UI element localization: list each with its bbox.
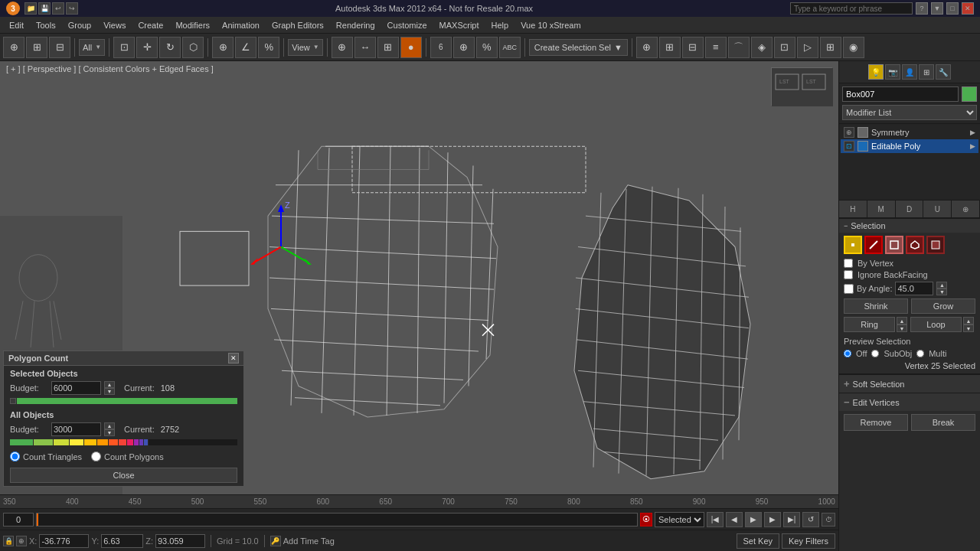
time-config[interactable]: ⏱ bbox=[822, 513, 835, 527]
menu-vue[interactable]: Vue 10 xStream bbox=[514, 19, 586, 31]
all-budget-down[interactable]: ▼ bbox=[104, 429, 115, 436]
tb-layer[interactable]: ≡ bbox=[705, 37, 727, 58]
remove-button[interactable]: Remove bbox=[844, 414, 908, 431]
menu-group[interactable]: Group bbox=[62, 19, 98, 31]
camera-icon[interactable]: 📷 bbox=[885, 64, 900, 80]
sel-budget-up[interactable]: ▲ bbox=[104, 381, 115, 388]
tb-extra3[interactable]: ⊞ bbox=[377, 37, 399, 58]
next-frame-button[interactable]: ▶ bbox=[764, 512, 781, 527]
soft-selection-header[interactable]: + Soft Selection bbox=[839, 375, 980, 393]
menu-modifiers[interactable]: Modifiers bbox=[169, 19, 216, 31]
element-icon[interactable] bbox=[926, 236, 945, 254]
add-time-tag-label[interactable]: Add Time Tag bbox=[283, 536, 335, 546]
tb-curve[interactable]: ⌒ bbox=[728, 37, 750, 58]
modifier-list-dropdown[interactable]: Modifier List bbox=[842, 105, 977, 120]
vertex-icon[interactable] bbox=[844, 236, 862, 254]
person-icon[interactable]: 👤 bbox=[902, 64, 917, 80]
redo-icon[interactable]: ↪ bbox=[66, 2, 78, 15]
filter-dropdown[interactable]: All ▼ bbox=[79, 39, 105, 56]
modifier-editable-poly[interactable]: ⊡ Editable Poly ▶ bbox=[841, 139, 978, 153]
menu-views[interactable]: Views bbox=[97, 19, 132, 31]
lock-icon[interactable]: 🔒 bbox=[3, 536, 14, 546]
help-button[interactable]: ? bbox=[916, 2, 928, 15]
ring-button[interactable]: Ring bbox=[844, 317, 895, 332]
lightbulb-icon[interactable]: 💡 bbox=[868, 64, 884, 80]
tb-named-sel[interactable]: ⊕ bbox=[636, 37, 658, 58]
undo-icon[interactable]: ↩ bbox=[52, 2, 64, 15]
loop-button[interactable]: Loop bbox=[910, 317, 962, 332]
count-polygons-radio[interactable] bbox=[91, 452, 101, 461]
ignore-backfacing-checkbox[interactable] bbox=[844, 270, 853, 279]
menu-help[interactable]: Help bbox=[485, 19, 515, 31]
tb-percent[interactable]: % bbox=[476, 37, 498, 58]
angle-snap[interactable]: ∠ bbox=[235, 37, 256, 58]
x-input[interactable] bbox=[39, 534, 89, 548]
tb-extra4[interactable]: ● bbox=[400, 37, 422, 58]
polygon-count-close-btn[interactable]: Close bbox=[10, 468, 237, 483]
loop-button[interactable]: ↺ bbox=[802, 512, 819, 527]
tb-mirror[interactable]: ⊞ bbox=[659, 37, 681, 58]
display-icon[interactable]: ⊞ bbox=[919, 64, 934, 80]
all-budget-up[interactable]: ▲ bbox=[104, 422, 115, 429]
tb-material[interactable]: ◈ bbox=[751, 37, 773, 58]
tb-extra2[interactable]: ↔ bbox=[354, 37, 376, 58]
toolbar-icon[interactable]: 💾 bbox=[38, 2, 51, 15]
move-button[interactable]: ✛ bbox=[136, 37, 158, 58]
create-selection-button[interactable]: Create Selection Sel ▼ bbox=[529, 39, 628, 56]
modifier-symmetry[interactable]: ⊕ Symmetry ▶ bbox=[841, 126, 978, 139]
polygon-icon[interactable] bbox=[906, 236, 924, 254]
edge-icon[interactable] bbox=[864, 236, 883, 254]
tab-extra[interactable]: ⊕ bbox=[952, 201, 980, 217]
select-button[interactable]: ⊡ bbox=[113, 37, 135, 58]
key-filters-button[interactable]: Key Filters bbox=[782, 533, 835, 549]
select-filter[interactable]: ⊟ bbox=[49, 37, 70, 58]
preview-off-radio[interactable] bbox=[844, 350, 851, 357]
by-angle-input[interactable] bbox=[895, 282, 933, 295]
border-icon[interactable] bbox=[885, 236, 903, 254]
by-angle-checkbox[interactable] bbox=[844, 284, 854, 294]
tb-activeshade[interactable]: ◉ bbox=[843, 37, 864, 58]
rotate-button[interactable]: ↻ bbox=[159, 37, 181, 58]
tab-hierarchy[interactable]: H bbox=[839, 201, 867, 217]
snap-toggle[interactable]: ⊕ bbox=[212, 37, 234, 58]
preview-subobj-radio[interactable] bbox=[871, 350, 879, 357]
minimize-button[interactable]: ▼ bbox=[931, 2, 943, 15]
grow-button[interactable]: Grow bbox=[911, 298, 975, 314]
all-budget-input[interactable] bbox=[51, 422, 101, 436]
utility-icon[interactable]: 🔧 bbox=[936, 64, 951, 80]
break-button[interactable]: Break bbox=[911, 414, 975, 431]
polygon-count-titlebar[interactable]: Polygon Count ✕ bbox=[4, 351, 243, 366]
play-button[interactable]: ▶ bbox=[745, 512, 762, 527]
scale-button[interactable]: ⬡ bbox=[182, 37, 204, 58]
sub-viewport[interactable]: LST LST bbox=[771, 67, 832, 106]
select-tool[interactable]: ⊕ bbox=[3, 37, 24, 58]
set-key-button[interactable]: Set Key bbox=[737, 533, 780, 549]
tb-extra5[interactable]: ⊕ bbox=[453, 37, 475, 58]
selected-budget-input[interactable] bbox=[51, 381, 101, 395]
shrink-button[interactable]: Shrink bbox=[844, 298, 908, 314]
menu-edit[interactable]: Edit bbox=[3, 19, 30, 31]
y-input[interactable] bbox=[101, 534, 143, 548]
loop-up[interactable]: ▲ bbox=[963, 317, 974, 324]
close-button[interactable]: ✕ bbox=[962, 2, 974, 15]
polygon-count-close-button[interactable]: ✕ bbox=[228, 353, 239, 364]
tb-render[interactable]: ▷ bbox=[797, 37, 818, 58]
prev-key-button[interactable]: |◀ bbox=[707, 512, 724, 527]
tab-utility[interactable]: U bbox=[923, 201, 952, 217]
object-color-swatch[interactable] bbox=[962, 86, 977, 102]
preview-multi-radio[interactable] bbox=[916, 350, 924, 357]
search-input[interactable] bbox=[790, 2, 913, 15]
edit-vertices-header[interactable]: − Edit Vertices bbox=[839, 393, 980, 411]
maximize-button[interactable]: □ bbox=[946, 2, 959, 15]
menu-animation[interactable]: Animation bbox=[216, 19, 266, 31]
percent-snap[interactable]: % bbox=[258, 37, 279, 58]
selection-header[interactable]: − Selection bbox=[839, 219, 980, 233]
tab-display[interactable]: D bbox=[896, 201, 924, 217]
editable-poly-vis-icon[interactable] bbox=[858, 141, 868, 152]
tab-motion[interactable]: M bbox=[867, 201, 896, 217]
tb-extra1[interactable]: ⊕ bbox=[332, 37, 353, 58]
snap-icon[interactable]: ⊕ bbox=[16, 536, 27, 546]
menu-graph-editors[interactable]: Graph Editors bbox=[266, 19, 330, 31]
menu-tools[interactable]: Tools bbox=[30, 19, 62, 31]
auto-key-indicator[interactable]: ⦿ bbox=[640, 513, 652, 527]
